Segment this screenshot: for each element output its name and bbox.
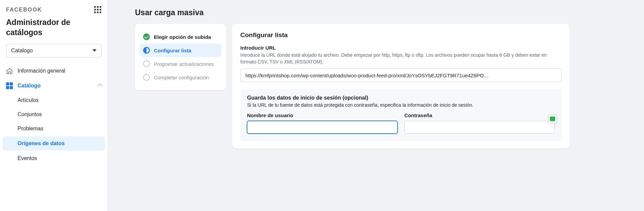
check-circle-icon xyxy=(143,33,150,40)
step-configure-list[interactable]: Configurar lista xyxy=(140,44,221,57)
nav-events-label: Eventos xyxy=(18,155,37,161)
nav-data-sources[interactable]: Orígenes de datos xyxy=(3,136,105,151)
password-label: Contraseña xyxy=(404,112,555,118)
nav-overview[interactable]: Información general xyxy=(0,63,108,78)
card-title: Configurar lista xyxy=(240,31,562,39)
username-input[interactable] xyxy=(247,121,398,134)
step-configure-label: Configurar lista xyxy=(154,48,191,53)
main-content: Usar carga masiva Elegir opción de subid… xyxy=(108,0,644,211)
catalog-selector[interactable]: Catalogo xyxy=(6,44,102,57)
nav-data-sources-label: Orígenes de datos xyxy=(18,140,65,147)
apps-grid-icon[interactable] xyxy=(94,6,102,14)
login-section-title: Guarda los datos de inicio de sesión (op… xyxy=(247,95,555,101)
sidebar: FACEBOOK Administrador de catálogos Cata… xyxy=(0,0,108,211)
chevron-down-icon xyxy=(92,49,97,52)
nav-articles-label: Artículos xyxy=(18,97,38,103)
login-section-help: Si la URL de tu fuente de datos está pro… xyxy=(247,102,555,108)
url-input[interactable] xyxy=(240,69,562,82)
page-heading: Usar carga masiva xyxy=(108,8,644,24)
catalog-selector-value: Catalogo xyxy=(11,48,33,54)
password-manager-icon[interactable] xyxy=(548,114,557,123)
nav-sets[interactable]: Conjuntos xyxy=(0,107,108,122)
configure-list-card: Configurar lista Introducir URL Introduc… xyxy=(232,24,570,149)
nav-catalog[interactable]: Catálogo xyxy=(0,78,108,93)
chevron-up-icon xyxy=(98,83,102,88)
nav-catalog-label: Catálogo xyxy=(18,83,41,89)
steps-card: Elegir opción de subida Configurar lista… xyxy=(135,24,226,90)
login-section: Guarda los datos de inicio de sesión (op… xyxy=(240,89,562,141)
empty-circle-icon xyxy=(143,74,150,81)
facebook-logo: FACEBOOK xyxy=(6,7,42,13)
step-choose-upload[interactable]: Elegir opción de subida xyxy=(140,30,221,44)
home-icon xyxy=(6,68,13,74)
password-input[interactable] xyxy=(404,121,555,134)
nav-problems-label: Problemas xyxy=(18,126,43,132)
app-title: Administrador de catálogos xyxy=(0,16,108,44)
half-circle-icon xyxy=(143,47,150,54)
step-schedule-label: Programar actualizaciones xyxy=(154,61,214,67)
username-label: Nombre de usuario xyxy=(247,112,398,118)
nav-problems[interactable]: Problemas xyxy=(0,122,108,136)
step-schedule-updates[interactable]: Programar actualizaciones xyxy=(140,57,221,71)
url-label: Introducir URL xyxy=(240,45,562,51)
url-help-text: Introduce la URL donde está alojado tu a… xyxy=(240,52,562,65)
step-choose-label: Elegir opción de subida xyxy=(154,34,211,40)
nav-articles[interactable]: Artículos xyxy=(0,93,108,107)
nav-overview-label: Información general xyxy=(18,68,65,74)
step-complete-config[interactable]: Completar configuración xyxy=(140,71,221,84)
step-complete-label: Completar configuración xyxy=(154,75,209,80)
nav-sets-label: Conjuntos xyxy=(18,111,42,117)
catalog-grid-icon xyxy=(6,82,13,89)
empty-circle-icon xyxy=(143,60,150,67)
nav-events[interactable]: Eventos xyxy=(0,151,108,165)
